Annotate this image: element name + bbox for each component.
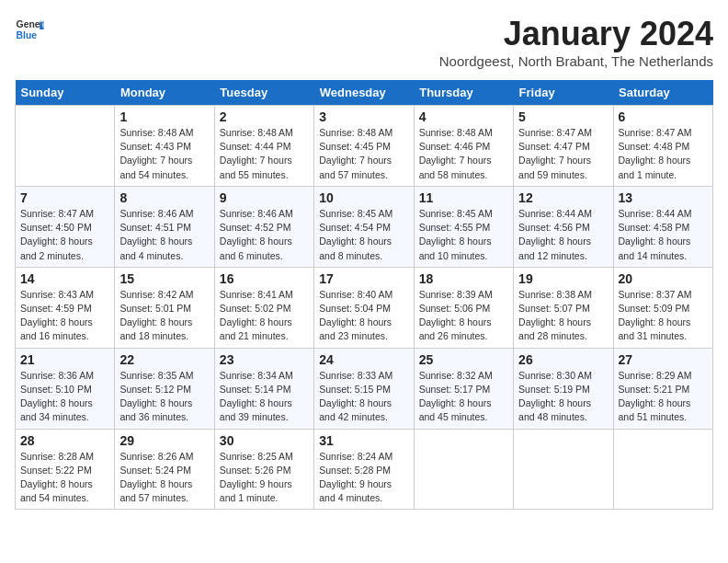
header-friday: Friday xyxy=(514,80,613,106)
day-info: Sunrise: 8:30 AMSunset: 5:19 PMDaylight:… xyxy=(518,369,608,425)
title-section: January 2024 Noordgeest, North Brabant, … xyxy=(439,15,713,69)
day-info: Sunrise: 8:33 AMSunset: 5:15 PMDaylight:… xyxy=(319,369,408,425)
day-info: Sunrise: 8:41 AMSunset: 5:02 PMDaylight:… xyxy=(220,288,309,344)
day-info: Sunrise: 8:37 AMSunset: 5:09 PMDaylight:… xyxy=(619,288,708,344)
calendar-cell: 8Sunrise: 8:46 AMSunset: 4:51 PMDaylight… xyxy=(115,186,214,267)
calendar-cell xyxy=(16,106,115,187)
day-number: 1 xyxy=(119,109,209,124)
calendar-cell: 9Sunrise: 8:46 AMSunset: 4:52 PMDaylight… xyxy=(214,186,313,267)
day-info: Sunrise: 8:48 AMSunset: 4:44 PMDaylight:… xyxy=(220,126,309,182)
calendar-cell: 25Sunrise: 8:32 AMSunset: 5:17 PMDayligh… xyxy=(414,348,513,429)
day-number: 7 xyxy=(20,190,109,205)
calendar-cell: 4Sunrise: 8:48 AMSunset: 4:46 PMDaylight… xyxy=(414,106,513,187)
day-number: 22 xyxy=(119,352,209,367)
day-info: Sunrise: 8:25 AMSunset: 5:26 PMDaylight:… xyxy=(220,450,309,506)
day-number: 19 xyxy=(518,271,608,286)
week-row-2: 7Sunrise: 8:47 AMSunset: 4:50 PMDaylight… xyxy=(16,186,713,267)
calendar-cell: 18Sunrise: 8:39 AMSunset: 5:06 PMDayligh… xyxy=(414,267,513,348)
day-number: 28 xyxy=(20,433,109,448)
calendar-cell: 3Sunrise: 8:48 AMSunset: 4:45 PMDaylight… xyxy=(314,106,414,187)
day-info: Sunrise: 8:42 AMSunset: 5:01 PMDaylight:… xyxy=(119,288,209,344)
day-number: 30 xyxy=(220,433,309,448)
day-info: Sunrise: 8:32 AMSunset: 5:17 PMDaylight:… xyxy=(419,369,508,425)
day-info: Sunrise: 8:29 AMSunset: 5:21 PMDaylight:… xyxy=(619,369,708,425)
day-info: Sunrise: 8:40 AMSunset: 5:04 PMDaylight:… xyxy=(319,288,408,344)
day-number: 3 xyxy=(319,109,408,124)
day-info: Sunrise: 8:44 AMSunset: 4:58 PMDaylight:… xyxy=(619,207,708,263)
svg-text:Blue: Blue xyxy=(17,30,38,40)
calendar-cell: 15Sunrise: 8:42 AMSunset: 5:01 PMDayligh… xyxy=(115,267,214,348)
day-info: Sunrise: 8:45 AMSunset: 4:55 PMDaylight:… xyxy=(419,207,508,263)
calendar-cell: 1Sunrise: 8:48 AMSunset: 4:43 PMDaylight… xyxy=(115,106,214,187)
day-number: 25 xyxy=(419,352,508,367)
day-info: Sunrise: 8:39 AMSunset: 5:06 PMDaylight:… xyxy=(419,288,508,344)
calendar-cell: 7Sunrise: 8:47 AMSunset: 4:50 PMDaylight… xyxy=(16,186,115,267)
page-header: General Blue January 2024 Noordgeest, No… xyxy=(15,15,713,69)
calendar-cell: 27Sunrise: 8:29 AMSunset: 5:21 PMDayligh… xyxy=(613,348,712,429)
calendar-cell xyxy=(613,429,712,510)
day-info: Sunrise: 8:47 AMSunset: 4:48 PMDaylight:… xyxy=(619,126,708,182)
day-info: Sunrise: 8:46 AMSunset: 4:52 PMDaylight:… xyxy=(220,207,309,263)
day-info: Sunrise: 8:46 AMSunset: 4:51 PMDaylight:… xyxy=(119,207,209,263)
calendar-cell: 28Sunrise: 8:28 AMSunset: 5:22 PMDayligh… xyxy=(16,429,115,510)
week-row-4: 21Sunrise: 8:36 AMSunset: 5:10 PMDayligh… xyxy=(16,348,713,429)
calendar-cell: 29Sunrise: 8:26 AMSunset: 5:24 PMDayligh… xyxy=(115,429,214,510)
day-info: Sunrise: 8:47 AMSunset: 4:50 PMDaylight:… xyxy=(20,207,109,263)
logo: General Blue xyxy=(15,15,44,44)
calendar-cell: 21Sunrise: 8:36 AMSunset: 5:10 PMDayligh… xyxy=(16,348,115,429)
day-info: Sunrise: 8:24 AMSunset: 5:28 PMDaylight:… xyxy=(319,450,408,506)
calendar-cell: 11Sunrise: 8:45 AMSunset: 4:55 PMDayligh… xyxy=(414,186,513,267)
day-info: Sunrise: 8:38 AMSunset: 5:07 PMDaylight:… xyxy=(518,288,608,344)
header-wednesday: Wednesday xyxy=(314,80,414,106)
calendar-cell: 26Sunrise: 8:30 AMSunset: 5:19 PMDayligh… xyxy=(514,348,613,429)
day-number: 12 xyxy=(518,190,608,205)
day-info: Sunrise: 8:36 AMSunset: 5:10 PMDaylight:… xyxy=(20,369,109,425)
month-title: January 2024 xyxy=(439,15,713,53)
calendar-cell xyxy=(514,429,613,510)
day-number: 9 xyxy=(220,190,309,205)
day-number: 27 xyxy=(619,352,708,367)
day-info: Sunrise: 8:43 AMSunset: 4:59 PMDaylight:… xyxy=(20,288,109,344)
day-number: 14 xyxy=(20,271,109,286)
day-info: Sunrise: 8:45 AMSunset: 4:54 PMDaylight:… xyxy=(319,207,408,263)
calendar-cell: 23Sunrise: 8:34 AMSunset: 5:14 PMDayligh… xyxy=(214,348,313,429)
calendar-cell: 10Sunrise: 8:45 AMSunset: 4:54 PMDayligh… xyxy=(314,186,414,267)
calendar-cell xyxy=(414,429,513,510)
day-info: Sunrise: 8:34 AMSunset: 5:14 PMDaylight:… xyxy=(220,369,309,425)
calendar-cell: 12Sunrise: 8:44 AMSunset: 4:56 PMDayligh… xyxy=(514,186,613,267)
location-subtitle: Noordgeest, North Brabant, The Netherlan… xyxy=(439,53,713,69)
day-number: 5 xyxy=(518,109,608,124)
calendar-body: 1Sunrise: 8:48 AMSunset: 4:43 PMDaylight… xyxy=(16,106,713,510)
day-number: 11 xyxy=(419,190,508,205)
calendar-cell: 13Sunrise: 8:44 AMSunset: 4:58 PMDayligh… xyxy=(613,186,712,267)
day-number: 10 xyxy=(319,190,408,205)
day-number: 17 xyxy=(319,271,408,286)
calendar-header-row: Sunday Monday Tuesday Wednesday Thursday… xyxy=(16,80,713,106)
day-info: Sunrise: 8:26 AMSunset: 5:24 PMDaylight:… xyxy=(119,450,209,506)
calendar-cell: 19Sunrise: 8:38 AMSunset: 5:07 PMDayligh… xyxy=(514,267,613,348)
day-number: 31 xyxy=(319,433,408,448)
day-number: 23 xyxy=(220,352,309,367)
day-info: Sunrise: 8:44 AMSunset: 4:56 PMDaylight:… xyxy=(518,207,608,263)
header-tuesday: Tuesday xyxy=(214,80,313,106)
logo-icon: General Blue xyxy=(15,15,44,44)
calendar-cell: 5Sunrise: 8:47 AMSunset: 4:47 PMDaylight… xyxy=(514,106,613,187)
day-number: 6 xyxy=(619,109,708,124)
week-row-5: 28Sunrise: 8:28 AMSunset: 5:22 PMDayligh… xyxy=(16,429,713,510)
day-number: 26 xyxy=(518,352,608,367)
header-saturday: Saturday xyxy=(613,80,712,106)
day-number: 24 xyxy=(319,352,408,367)
day-info: Sunrise: 8:35 AMSunset: 5:12 PMDaylight:… xyxy=(119,369,209,425)
header-sunday: Sunday xyxy=(16,80,115,106)
day-number: 16 xyxy=(220,271,309,286)
day-info: Sunrise: 8:48 AMSunset: 4:46 PMDaylight:… xyxy=(419,126,508,182)
calendar-cell: 31Sunrise: 8:24 AMSunset: 5:28 PMDayligh… xyxy=(314,429,414,510)
day-number: 15 xyxy=(119,271,209,286)
day-info: Sunrise: 8:48 AMSunset: 4:45 PMDaylight:… xyxy=(319,126,408,182)
calendar-cell: 6Sunrise: 8:47 AMSunset: 4:48 PMDaylight… xyxy=(613,106,712,187)
calendar-table: Sunday Monday Tuesday Wednesday Thursday… xyxy=(15,80,713,510)
day-number: 18 xyxy=(419,271,508,286)
header-thursday: Thursday xyxy=(414,80,513,106)
day-number: 29 xyxy=(119,433,209,448)
day-number: 4 xyxy=(419,109,508,124)
